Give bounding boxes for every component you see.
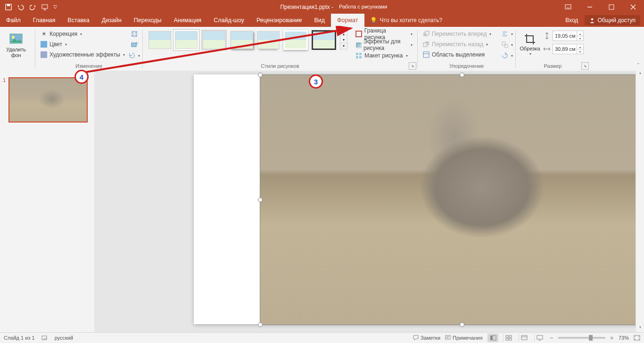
- style-thumb[interactable]: [257, 31, 280, 49]
- status-language[interactable]: русский: [55, 335, 73, 341]
- svg-point-7: [12, 36, 15, 39]
- group-button[interactable]: ▾: [502, 40, 512, 50]
- svg-point-5: [591, 18, 593, 20]
- svg-rect-35: [521, 335, 527, 340]
- tab-animations[interactable]: Анимация: [167, 14, 207, 27]
- tab-format[interactable]: Формат: [331, 14, 364, 27]
- height-input[interactable]: 19,05 см▴▾: [553, 31, 584, 41]
- svg-rect-15: [356, 53, 358, 55]
- collapse-ribbon-button[interactable]: ˆ: [635, 62, 642, 70]
- save-icon[interactable]: [3, 1, 14, 13]
- svg-rect-2: [42, 5, 48, 8]
- notes-button[interactable]: Заметки: [413, 335, 440, 341]
- layout-icon: [355, 52, 363, 59]
- style-thumb[interactable]: [175, 31, 198, 49]
- gallery-more-button[interactable]: ▴▾▾: [340, 31, 347, 49]
- style-thumb[interactable]: [283, 30, 308, 50]
- style-thumb[interactable]: [201, 30, 227, 50]
- artistic-effects-button[interactable]: Художественные эффекты▾: [38, 49, 129, 60]
- group-styles-label: Стили рисунков: [146, 63, 414, 70]
- ribbon-display-options-icon[interactable]: [557, 0, 579, 14]
- spellcheck-icon[interactable]: [41, 335, 48, 341]
- bring-forward-button[interactable]: Переместить вперед▾: [421, 29, 502, 39]
- tab-home[interactable]: Главная: [27, 14, 62, 27]
- width-icon: [543, 45, 551, 53]
- lightbulb-icon: 💡: [370, 17, 377, 24]
- minimize-icon[interactable]: [579, 0, 601, 14]
- fit-to-window-button[interactable]: [634, 335, 640, 341]
- styles-dialog-launcher[interactable]: ⬊: [409, 62, 416, 70]
- zoom-in-button[interactable]: +: [610, 334, 614, 342]
- remove-background-button[interactable]: Удалить фон: [3, 29, 29, 61]
- tab-design[interactable]: Дизайн: [96, 14, 128, 27]
- height-icon: [543, 32, 551, 40]
- maximize-icon[interactable]: [601, 0, 622, 14]
- slide-thumbnails-panel: 1: [0, 71, 95, 333]
- zoom-slider[interactable]: [558, 337, 605, 339]
- close-icon[interactable]: [622, 0, 644, 14]
- window-title: Презентация1.pptx - PowerPoint: [0, 4, 644, 10]
- resize-handle-s[interactable]: [460, 322, 464, 327]
- slide-canvas[interactable]: [95, 71, 644, 333]
- vertical-scrollbar[interactable]: ▴ ▾: [636, 71, 644, 333]
- picture-styles-gallery[interactable]: ▴▾▾: [146, 29, 350, 51]
- tab-insert[interactable]: Вставка: [61, 14, 95, 27]
- resize-handle-w[interactable]: [258, 197, 263, 202]
- undo-icon[interactable]: [15, 1, 26, 13]
- start-slideshow-icon[interactable]: [40, 1, 51, 13]
- size-dialog-launcher[interactable]: ⬊: [581, 62, 589, 70]
- crop-button[interactable]: Обрезка▾: [519, 29, 541, 61]
- comments-button[interactable]: Примечания: [445, 335, 483, 341]
- picture-border-button[interactable]: Граница рисунка▾: [353, 29, 414, 39]
- svg-rect-9: [41, 51, 47, 58]
- send-backward-button[interactable]: Переместить назад▾: [421, 39, 502, 49]
- signin-link[interactable]: Вход: [565, 17, 578, 24]
- group-size-label: Размер: [519, 63, 587, 70]
- align-icon: [502, 30, 508, 38]
- resize-handle-sw[interactable]: [258, 322, 263, 327]
- send-backward-icon: [422, 41, 430, 48]
- tab-transitions[interactable]: Переходы: [128, 14, 168, 27]
- tab-review[interactable]: Рецензирование: [250, 14, 308, 27]
- selection-pane-button[interactable]: Область выделения: [421, 49, 502, 60]
- thumbnail-number: 1: [3, 77, 8, 122]
- zoom-out-button[interactable]: −: [550, 334, 553, 342]
- redo-icon[interactable]: [27, 1, 39, 13]
- slideshow-view-button[interactable]: [534, 334, 545, 342]
- tell-me-search[interactable]: 💡 Что вы хотите сделать?: [370, 14, 443, 27]
- style-thumb[interactable]: [312, 30, 336, 50]
- tab-view[interactable]: Вид: [308, 14, 331, 27]
- reading-view-button[interactable]: [519, 334, 529, 342]
- picture-effects-button[interactable]: Эффекты для рисунка▾: [353, 40, 414, 50]
- picture-layout-button[interactable]: Макет рисунка▾: [353, 50, 414, 61]
- tab-slideshow[interactable]: Слайд-шоу: [207, 14, 250, 27]
- slide-thumbnail-1[interactable]: [8, 77, 88, 122]
- reset-picture-button[interactable]: ▾: [129, 50, 140, 61]
- selected-picture[interactable]: [260, 74, 644, 325]
- zoom-value[interactable]: 73%: [619, 335, 629, 341]
- share-button[interactable]: Общий доступ: [585, 15, 640, 25]
- status-slide[interactable]: Слайд 1 из 1: [4, 335, 35, 341]
- change-picture-button[interactable]: [129, 40, 140, 50]
- svg-rect-18: [359, 56, 362, 58]
- rotate-icon: [502, 52, 508, 59]
- compress-pictures-button[interactable]: [129, 29, 140, 39]
- rotate-button[interactable]: ▾: [502, 50, 512, 61]
- tab-file[interactable]: Файл: [0, 14, 27, 27]
- style-thumb[interactable]: [231, 31, 253, 49]
- resize-handle-n[interactable]: [460, 73, 464, 77]
- slide-sorter-view-button[interactable]: [503, 334, 514, 342]
- width-input[interactable]: 30,89 см▴▾: [553, 44, 584, 54]
- svg-rect-20: [425, 31, 429, 35]
- svg-rect-34: [509, 338, 512, 340]
- align-button[interactable]: ▾: [502, 29, 512, 39]
- resize-handle-nw[interactable]: [258, 73, 263, 77]
- bring-forward-icon: [422, 30, 430, 38]
- color-button[interactable]: Цвет▾: [38, 39, 129, 49]
- corrections-button[interactable]: ☀Коррекция▾: [38, 29, 129, 39]
- normal-view-button[interactable]: [487, 334, 498, 342]
- qat-customize-icon[interactable]: [52, 1, 58, 13]
- elephant-image: [260, 75, 644, 325]
- effects-icon: [355, 41, 362, 49]
- style-thumb[interactable]: [149, 31, 171, 49]
